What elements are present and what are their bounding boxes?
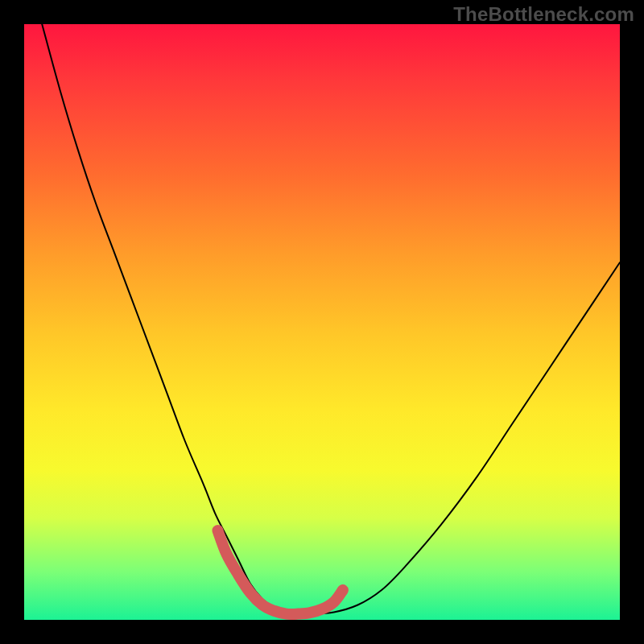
plot-area [24, 24, 620, 620]
chart-frame: TheBottleneck.com [0, 0, 644, 644]
bottleneck-highlight [218, 530, 343, 614]
watermark-text: TheBottleneck.com [453, 3, 634, 26]
bottleneck-curve [42, 24, 620, 614]
curve-svg [24, 24, 620, 620]
